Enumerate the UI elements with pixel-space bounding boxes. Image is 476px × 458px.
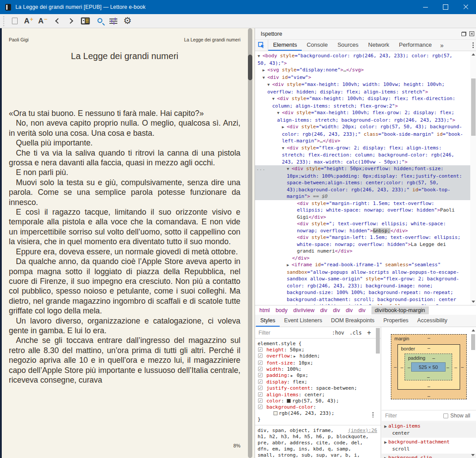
tree-row[interactable]: ▶<div style="width: 20px; color: rgb(57,… — [255, 123, 470, 145]
tree-row[interactable]: ▶<iframe id="read-book-iframe-1" seamles… — [255, 261, 470, 305]
font-decrease-button[interactable]: A− — [36, 15, 49, 27]
tree-row[interactable]: ▼<div id="view"> — [255, 74, 470, 82]
box-model-margin[interactable]: margin – – – – border – – – – padding – … — [391, 334, 467, 399]
dock-side-icon[interactable] — [461, 32, 466, 36]
tree-row[interactable]: <div style="; text-overflow: ellipsis; w… — [255, 220, 470, 234]
collapse-arrow-icon[interactable]: ▶ — [282, 124, 287, 131]
tree-row[interactable]: ▼<div style="max-height: 100vh; display:… — [255, 95, 470, 109]
toggle-class-button[interactable]: .cls — [349, 330, 362, 336]
rule-selector[interactable]: element.style { — [258, 341, 381, 347]
css-declaration[interactable]: ✓font-size: 10px; — [258, 360, 381, 366]
expand-arrow-icon[interactable]: ▼ — [287, 166, 292, 173]
book-scrollbar-track[interactable] — [248, 28, 252, 458]
dt-tab-performance[interactable]: Performance — [394, 40, 436, 51]
computed-property[interactable]: ▶background-clip — [382, 454, 476, 458]
show-all-checkbox[interactable] — [443, 413, 448, 418]
computed-property[interactable]: ▶align-itemscenter — [382, 422, 476, 438]
dt-tab-console[interactable]: Console — [302, 40, 333, 51]
tree-row[interactable]: ▼<div style="flex-grow: 2; display: flex… — [255, 145, 470, 166]
breadcrumb-item[interactable]: div — [359, 307, 366, 313]
css-declaration[interactable]: ✓padding:▶ 0px; — [258, 372, 381, 379]
new-style-rule-button[interactable]: + — [367, 329, 371, 337]
computed-property[interactable]: ▶background-attachmentscroll — [382, 438, 476, 454]
scroll-down-icon[interactable] — [472, 301, 475, 303]
previous-page-button[interactable] — [50, 15, 64, 27]
computed-filter-input[interactable] — [385, 413, 434, 419]
minimize-button[interactable] — [415, 0, 435, 14]
sub-tab-event-listeners[interactable]: Event Listeners — [280, 315, 326, 327]
box-model-padding[interactable]: padding – – – – 525 × 50 — [405, 354, 452, 380]
expand-arrow-icon[interactable]: ▼ — [258, 53, 262, 60]
declaration-checkbox[interactable]: ✓ — [258, 392, 262, 397]
tree-row[interactable]: <div style="margin-left: 1.5em; text-ove… — [255, 234, 470, 255]
expand-arrow-icon[interactable]: ▼ — [282, 145, 287, 152]
rule-menu-icon[interactable] — [372, 412, 374, 417]
scroll-up-icon[interactable] — [472, 53, 475, 56]
sub-tab-accessibility[interactable]: Accessibility — [413, 315, 452, 327]
elements-scrollbar-thumb[interactable] — [471, 78, 476, 136]
dt-tab-network[interactable]: Network — [364, 40, 394, 51]
next-page-button[interactable] — [64, 15, 78, 27]
dt-tab-sources[interactable]: Sources — [333, 40, 364, 51]
declaration-checkbox[interactable]: ✓ — [258, 386, 262, 390]
expand-arrow-icon[interactable]: ▼ — [277, 110, 282, 117]
close-button[interactable] — [456, 0, 476, 14]
breadcrumb-item[interactable]: div — [333, 307, 340, 313]
tree-row-selected[interactable]: ...▼<div style="height: 50px;overflow: h… — [255, 165, 470, 200]
css-declaration[interactable]: ✓overflow:▶ hidden; — [258, 353, 381, 360]
css-declaration[interactable]: ✓width: 100%; — [258, 366, 381, 372]
tree-row[interactable]: ▼<div style="max-height: 100vh; width: 1… — [255, 81, 470, 95]
dt-tab-elements[interactable]: Elements — [268, 40, 302, 51]
preferences-button[interactable]: ⚙ — [121, 15, 134, 27]
css-declaration[interactable]: ✓display: flex; — [258, 379, 381, 385]
css-declaration[interactable]: ✓background-color:rgb(246, 243, 233); — [258, 404, 381, 417]
tree-row[interactable]: ▼<body style="background-color: rgb(246,… — [255, 52, 470, 67]
tree-row[interactable]: ▼<div style="max-height: 100vh; flex-gro… — [255, 109, 470, 123]
styles-filter-input[interactable] — [259, 330, 307, 336]
toolbar-grip-handle[interactable] — [3, 16, 5, 26]
declaration-checkbox[interactable]: ✓ — [258, 354, 262, 358]
tree-row[interactable]: <div style="margin-right: 1.5em; text-ov… — [255, 200, 470, 221]
breadcrumb-item[interactable]: div#book-top-margin — [371, 306, 429, 314]
settings-sliders-button[interactable] — [107, 15, 120, 27]
sub-tab-properties[interactable]: Properties — [379, 315, 413, 327]
declaration-checkbox[interactable]: ✓ — [258, 367, 262, 371]
declaration-checkbox[interactable]: ✓ — [258, 405, 262, 409]
declaration-checkbox[interactable]: ✓ — [258, 373, 262, 377]
breadcrumb-item[interactable]: div — [320, 307, 327, 313]
expand-arrow-icon[interactable]: ▼ — [272, 96, 277, 103]
stylesheet-source-link[interactable]: (index):26 — [348, 428, 377, 434]
scroll-up-icon[interactable] — [472, 329, 475, 331]
css-declaration[interactable]: ✓height: 50px; — [258, 347, 381, 353]
inspect-element-button[interactable] — [255, 40, 268, 51]
collapse-arrow-icon[interactable]: ▶ — [262, 67, 267, 74]
tree-row[interactable]: </div> — [255, 255, 470, 262]
declaration-checkbox[interactable]: ✓ — [258, 347, 262, 352]
declaration-checkbox[interactable]: ✓ — [258, 380, 262, 384]
maximize-button[interactable] — [435, 0, 456, 14]
box-model-border[interactable]: border – – – – padding – – – – 525 × 50 — [397, 344, 460, 390]
css-declaration[interactable]: ✓color: rgb(57, 50, 43); — [258, 398, 381, 404]
styles-scrollbar-thumb[interactable] — [376, 328, 380, 354]
tree-row[interactable]: ▶<svg style="display:none">…</svg> — [255, 67, 470, 74]
copy-button[interactable] — [8, 15, 21, 27]
search-button[interactable] — [93, 15, 106, 27]
devtools-menu-button[interactable] — [472, 40, 474, 51]
reader-view-button[interactable] — [79, 15, 92, 27]
more-tabs-button[interactable]: » — [437, 40, 447, 51]
collapse-arrow-icon[interactable]: ▶ — [287, 262, 292, 269]
sub-tab-styles[interactable]: Styles — [256, 315, 280, 327]
box-model-content[interactable]: 525 × 50 — [411, 362, 446, 372]
color-swatch[interactable] — [274, 411, 277, 415]
breadcrumb-item[interactable]: div — [346, 307, 353, 313]
sub-tab-dom-breakpoints[interactable]: DOM Breakpoints — [326, 315, 379, 327]
declaration-checkbox[interactable]: ✓ — [258, 361, 262, 365]
devtools-close-icon[interactable] — [469, 31, 474, 36]
breadcrumb-item[interactable]: body — [276, 307, 288, 313]
expand-arrow-icon[interactable]: ▼ — [267, 82, 272, 89]
font-increase-button[interactable]: A+ — [22, 15, 35, 27]
declaration-checkbox[interactable]: ✓ — [258, 398, 262, 403]
color-swatch[interactable] — [287, 399, 291, 403]
expand-arrow-icon[interactable]: ▼ — [262, 74, 267, 82]
scroll-down-icon[interactable] — [471, 454, 475, 456]
